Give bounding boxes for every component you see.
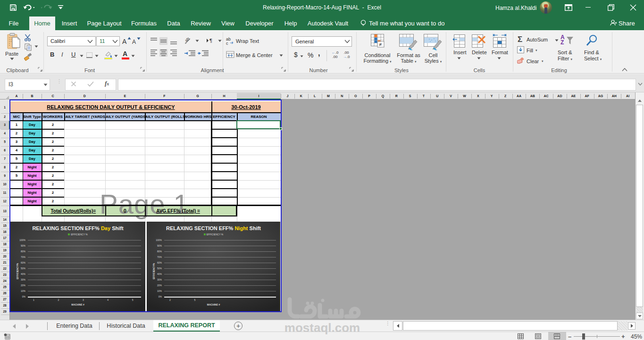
svg-text:¶: ¶ bbox=[209, 38, 212, 43]
svg-text:≠: ≠ bbox=[379, 41, 382, 47]
svg-text:c: c bbox=[226, 41, 228, 45]
svg-text:ab: ab bbox=[184, 37, 191, 43]
